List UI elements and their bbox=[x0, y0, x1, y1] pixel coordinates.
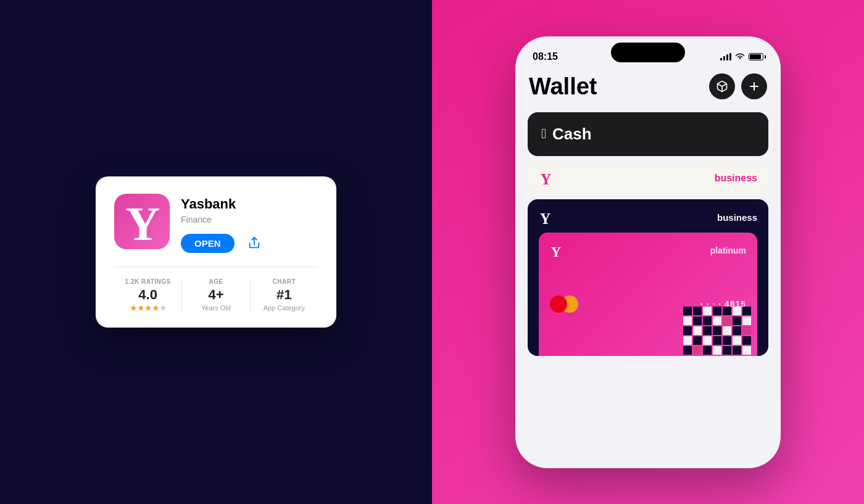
app-category: Finance bbox=[181, 215, 318, 225]
svg-text:Y: Y bbox=[541, 171, 552, 187]
status-time: 08:15 bbox=[533, 51, 558, 62]
app-icon: Y bbox=[114, 194, 170, 249]
signal-icon bbox=[720, 53, 731, 60]
ratings-value: 4.0 bbox=[138, 287, 157, 302]
age-label: AGE bbox=[209, 278, 223, 285]
chart-sub: App Category bbox=[264, 304, 305, 312]
svg-rect-21 bbox=[742, 316, 751, 325]
share-button[interactable] bbox=[244, 233, 264, 253]
svg-rect-37 bbox=[693, 346, 702, 355]
mastercard-logo bbox=[550, 295, 578, 313]
yas-card-top: Y business bbox=[539, 209, 757, 226]
svg-rect-40 bbox=[723, 346, 731, 355]
svg-rect-8 bbox=[683, 307, 692, 315]
stat-age: AGE 4+ Years Old bbox=[182, 278, 250, 312]
svg-rect-38 bbox=[703, 346, 712, 355]
age-sub: Years Old bbox=[201, 304, 231, 312]
apple-logo:  bbox=[541, 126, 546, 142]
svg-rect-12 bbox=[723, 307, 731, 315]
platinum-label: platinum bbox=[710, 246, 746, 255]
status-icons bbox=[720, 52, 763, 62]
svg-rect-35 bbox=[742, 336, 751, 345]
card-divider bbox=[114, 266, 318, 267]
chart-value: #1 bbox=[276, 287, 291, 302]
svg-rect-24 bbox=[703, 326, 712, 335]
svg-rect-25 bbox=[713, 326, 721, 335]
mc-circle-red bbox=[550, 295, 567, 313]
svg-rect-30 bbox=[693, 336, 702, 345]
svg-rect-31 bbox=[703, 336, 712, 345]
svg-rect-16 bbox=[693, 316, 702, 325]
open-button[interactable]: OPEN bbox=[181, 234, 235, 253]
dynamic-island bbox=[611, 43, 685, 62]
card-stats: 1.2K RATINGS 4.0 ★★★★★ AGE 4+ Years Old … bbox=[114, 278, 318, 312]
svg-rect-9 bbox=[693, 307, 702, 315]
svg-rect-23 bbox=[693, 326, 702, 335]
ratings-label: 1.2K RATINGS bbox=[125, 278, 171, 285]
wallet-title: Wallet bbox=[529, 73, 597, 100]
app-info: Yasbank Finance OPEN bbox=[181, 194, 318, 253]
svg-rect-36 bbox=[683, 346, 692, 355]
stat-chart: CHART #1 App Category bbox=[251, 278, 318, 312]
pixel-art-decoration bbox=[683, 294, 757, 356]
card-top: Y Yasbank Finance OPEN bbox=[114, 194, 318, 253]
svg-rect-18 bbox=[713, 316, 721, 325]
svg-rect-20 bbox=[733, 316, 741, 325]
right-panel: 08:15 bbox=[432, 0, 864, 504]
wallet-header: Wallet bbox=[528, 73, 768, 100]
svg-rect-13 bbox=[733, 307, 741, 315]
svg-rect-14 bbox=[742, 307, 751, 315]
svg-rect-41 bbox=[733, 346, 741, 355]
yas-peek-card[interactable]: Y business bbox=[528, 162, 768, 194]
package-icon-button[interactable] bbox=[709, 73, 735, 99]
wifi-icon bbox=[735, 52, 745, 62]
svg-rect-11 bbox=[713, 307, 721, 315]
battery-icon bbox=[749, 53, 763, 60]
svg-rect-17 bbox=[703, 316, 712, 325]
svg-rect-42 bbox=[742, 346, 751, 355]
left-panel: Y Yasbank Finance OPEN bbox=[0, 0, 432, 504]
svg-text:Y: Y bbox=[540, 210, 551, 226]
app-actions: OPEN bbox=[181, 233, 318, 253]
svg-rect-34 bbox=[733, 336, 741, 345]
phone-content: Wallet bbox=[515, 68, 781, 373]
svg-rect-39 bbox=[713, 346, 721, 355]
stars: ★★★★★ bbox=[130, 303, 167, 313]
svg-rect-32 bbox=[713, 336, 721, 345]
app-name: Yasbank bbox=[181, 196, 318, 212]
apple-cash-text: Cash bbox=[552, 125, 592, 144]
yas-business-card[interactable]: Y business Y platinum bbox=[528, 199, 768, 356]
phone-frame: 08:15 bbox=[515, 36, 781, 468]
svg-rect-33 bbox=[723, 336, 731, 345]
svg-rect-29 bbox=[683, 336, 692, 345]
yas-peek-business-label: business bbox=[715, 173, 757, 184]
svg-rect-10 bbox=[703, 307, 712, 315]
yas-platinum-card: Y platinum · · · · 4815 bbox=[539, 233, 757, 356]
yas-card-business-text: business bbox=[717, 212, 757, 223]
age-value: 4+ bbox=[208, 287, 223, 302]
svg-rect-22 bbox=[683, 326, 692, 335]
yas-platinum-top: Y platinum bbox=[550, 242, 746, 258]
stat-ratings: 1.2K RATINGS 4.0 ★★★★★ bbox=[114, 278, 182, 312]
svg-text:Y: Y bbox=[125, 197, 160, 249]
wallet-header-icons bbox=[709, 73, 767, 99]
svg-rect-28 bbox=[742, 326, 751, 335]
apple-cash-card[interactable]:  Cash bbox=[528, 112, 768, 156]
app-store-card: Y Yasbank Finance OPEN bbox=[96, 176, 336, 327]
svg-rect-19 bbox=[723, 316, 731, 325]
status-bar: 08:15 bbox=[515, 36, 781, 68]
add-icon-button[interactable] bbox=[741, 73, 767, 99]
svg-rect-26 bbox=[723, 326, 731, 335]
svg-rect-27 bbox=[733, 326, 741, 335]
svg-rect-15 bbox=[683, 316, 692, 325]
chart-label: CHART bbox=[273, 278, 296, 285]
svg-text:Y: Y bbox=[551, 244, 561, 258]
